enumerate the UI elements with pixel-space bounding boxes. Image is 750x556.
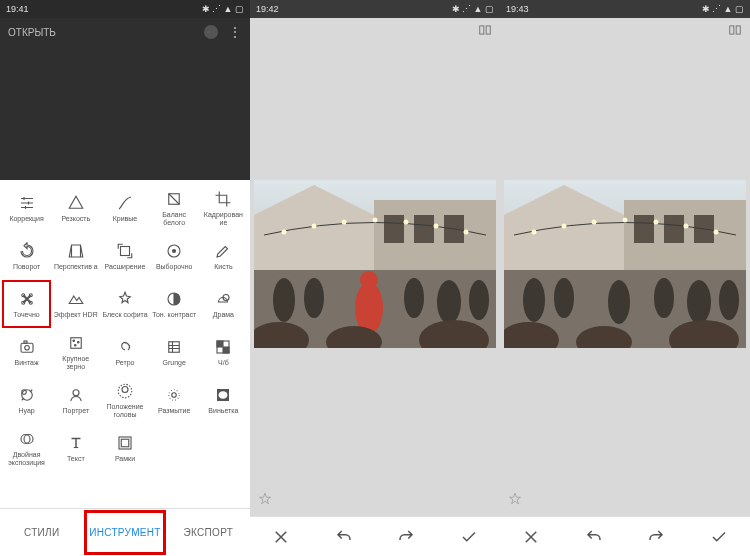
tool-noir[interactable]: Нуар [2,376,51,424]
tonal-icon [165,290,183,308]
compare-icon[interactable] [728,23,742,41]
svg-point-79 [654,278,674,318]
double-icon [18,430,36,448]
more-icon[interactable]: ⋮ [228,27,242,37]
tool-label: Виньетка [208,407,238,414]
glamour-icon [116,290,134,308]
tool-label: Grunge [163,359,186,366]
info-icon[interactable] [204,25,218,39]
svg-rect-34 [480,26,484,34]
open-button[interactable]: ОТКРЫТЬ [8,27,56,38]
svg-point-54 [469,280,489,320]
svg-rect-35 [486,26,490,34]
tool-label: Кадрирован ие [200,211,246,226]
svg-rect-17 [169,342,180,353]
preview-topbar [250,18,500,46]
tune-icon [18,194,36,212]
bw-icon [214,338,232,356]
tool-label: Портрет [62,407,89,414]
tab-tools[interactable]: ИНСТРУМЕНТ [83,509,166,556]
tool-crop[interactable]: Кадрирован ие [199,184,248,232]
tool-label: Кисть [214,263,232,270]
svg-rect-60 [730,26,734,34]
tool-rotate[interactable]: Поворот [2,232,51,280]
vintage-icon [18,338,36,356]
tool-grunge[interactable]: Grunge [150,328,199,376]
svg-point-11 [24,345,29,350]
compare-icon[interactable] [478,23,492,41]
tool-lensblur[interactable]: Размытие [150,376,199,424]
svg-rect-67 [664,215,684,243]
svg-point-49 [464,230,469,235]
apply-button[interactable] [709,527,729,547]
tool-label: Двойная экспозиция [4,451,50,466]
favorite-icon[interactable] [258,492,272,510]
favorite-icon[interactable] [508,492,522,510]
tool-healing[interactable]: Точечно [2,280,51,328]
tool-label: Текст [67,455,85,462]
tool-label: Баланс белого [151,211,197,226]
drama-icon [214,290,232,308]
svg-point-80 [687,280,711,324]
tool-curves[interactable]: Кривые [100,184,149,232]
curves-icon [116,194,134,212]
status-bar: 19:41 ✱ ⋰ ▲ ▢ [0,0,250,18]
tool-text[interactable]: Текст [51,424,100,472]
tools-panel: 19:41 ✱ ⋰ ▲ ▢ ОТКРЫТЬ ⋮ КоррекцияРезкост… [0,0,250,556]
tool-perspective[interactable]: Перспектив а [51,232,100,280]
cancel-button[interactable] [271,527,291,547]
photo-preview[interactable] [254,180,496,348]
tool-whitebalance[interactable]: Баланс белого [150,184,199,232]
tool-label: Коррекция [9,215,43,222]
tool-bw[interactable]: Ч/б [199,328,248,376]
redo-button[interactable] [646,527,666,547]
headpose-icon [116,382,134,400]
svg-point-15 [77,342,79,344]
tool-selective[interactable]: Выборочно [150,232,199,280]
tool-vignette[interactable]: Виньетка [199,376,248,424]
apply-button[interactable] [459,527,479,547]
tool-hdr[interactable]: Эффект HDR [51,280,100,328]
text-icon [67,434,85,452]
action-bar [500,516,750,556]
tool-drama[interactable]: Драма [199,280,248,328]
grainy-icon [67,334,85,352]
lensblur-icon [165,386,183,404]
tool-grainy[interactable]: Крупное зерно [51,328,100,376]
tool-vintage[interactable]: Винтаж [2,328,51,376]
svg-point-43 [282,230,287,235]
tool-portrait[interactable]: Портрет [51,376,100,424]
tool-label: Размытие [158,407,190,414]
redo-button[interactable] [396,527,416,547]
tool-label: Рамки [115,455,135,462]
tool-label: Ч/б [218,359,229,366]
tool-frames[interactable]: Рамки [100,424,149,472]
tab-export[interactable]: ЭКСПОРТ [167,509,250,556]
preview-topbar [500,18,750,46]
tool-tune[interactable]: Коррекция [2,184,51,232]
tool-label: Положение головы [102,403,148,418]
tool-retrolux[interactable]: Ретро [100,328,149,376]
svg-point-70 [562,224,567,229]
frames-icon [116,434,134,452]
undo-button[interactable] [584,527,604,547]
tool-label: Ретро [115,359,134,366]
tool-details[interactable]: Резкость [51,184,100,232]
svg-point-76 [523,278,545,322]
photo-preview[interactable] [504,180,746,348]
tool-label: Тон. контраст [152,311,196,318]
tab-styles[interactable]: СТИЛИ [0,509,83,556]
tool-tonal[interactable]: Тон. контраст [150,280,199,328]
rotate-icon [18,242,36,260]
svg-point-27 [169,390,180,401]
svg-point-74 [684,224,689,229]
tool-label: Выборочно [156,263,193,270]
tool-headpose[interactable]: Положение головы [100,376,149,424]
undo-button[interactable] [334,527,354,547]
tool-brush[interactable]: Кисть [199,232,248,280]
cancel-button[interactable] [521,527,541,547]
svg-point-72 [623,218,628,223]
tool-double[interactable]: Двойная экспозиция [2,424,51,472]
tool-glamour[interactable]: Блеск софита [100,280,149,328]
tool-expand[interactable]: Расширение [100,232,149,280]
